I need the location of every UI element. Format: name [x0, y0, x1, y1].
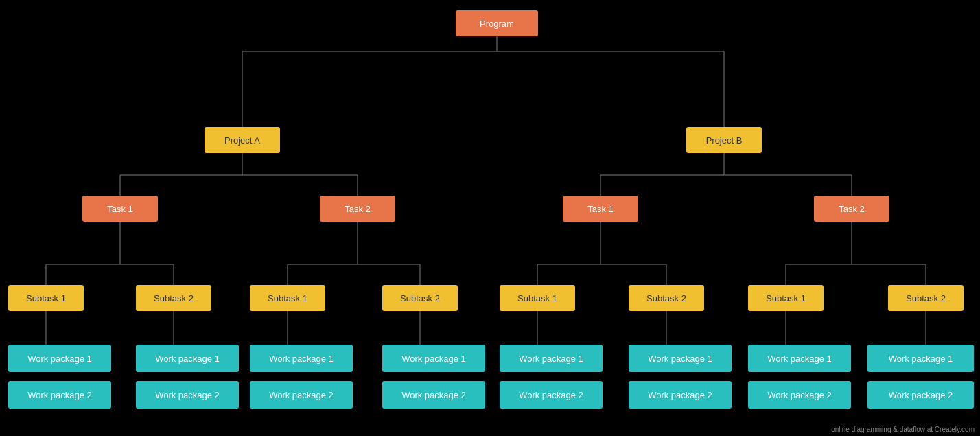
- subtask-b1s2-node[interactable]: Subtask 2: [629, 285, 704, 311]
- subtask-a1s1-node[interactable]: Subtask 1: [8, 285, 84, 311]
- wp-b2s2-1-node[interactable]: Work package 1: [867, 345, 974, 372]
- project-a-node[interactable]: Project A: [205, 127, 280, 153]
- subtask-a1s2-node[interactable]: Subtask 2: [136, 285, 211, 311]
- task-b2-node[interactable]: Task 2: [814, 196, 889, 222]
- wp-b2s2-2-node[interactable]: Work package 2: [867, 381, 974, 409]
- wp-a1s1-2-node[interactable]: Work package 2: [8, 381, 111, 409]
- wp-a1s1-1-node[interactable]: Work package 1: [8, 345, 111, 372]
- wp-b1s2-2-node[interactable]: Work package 2: [629, 381, 732, 409]
- subtask-b2s2-node[interactable]: Subtask 2: [888, 285, 964, 311]
- wp-b1s1-1-node[interactable]: Work package 1: [500, 345, 603, 372]
- subtask-b1s1-node[interactable]: Subtask 1: [500, 285, 575, 311]
- wp-b1s1-2-node[interactable]: Work package 2: [500, 381, 603, 409]
- wp-a2s1-1-node[interactable]: Work package 1: [250, 345, 353, 372]
- wp-b2s1-1-node[interactable]: Work package 1: [748, 345, 851, 372]
- subtask-a2s1-node[interactable]: Subtask 1: [250, 285, 325, 311]
- wp-a1s2-1-node[interactable]: Work package 1: [136, 345, 239, 372]
- task-b1-node[interactable]: Task 1: [563, 196, 638, 222]
- wp-a1s2-2-node[interactable]: Work package 2: [136, 381, 239, 409]
- wp-a2s2-2-node[interactable]: Work package 2: [382, 381, 485, 409]
- task-a2-node[interactable]: Task 2: [320, 196, 395, 222]
- program-node[interactable]: Program: [456, 10, 538, 36]
- subtask-b2s1-node[interactable]: Subtask 1: [748, 285, 824, 311]
- project-b-node[interactable]: Project B: [686, 127, 762, 153]
- task-a1-node[interactable]: Task 1: [82, 196, 158, 222]
- wp-b1s2-1-node[interactable]: Work package 1: [629, 345, 732, 372]
- wp-a2s1-2-node[interactable]: Work package 2: [250, 381, 353, 409]
- subtask-a2s2-node[interactable]: Subtask 2: [382, 285, 458, 311]
- wp-a2s2-1-node[interactable]: Work package 1: [382, 345, 485, 372]
- wp-b2s1-2-node[interactable]: Work package 2: [748, 381, 851, 409]
- watermark: online diagramming & dataflow at Createl…: [831, 426, 975, 433]
